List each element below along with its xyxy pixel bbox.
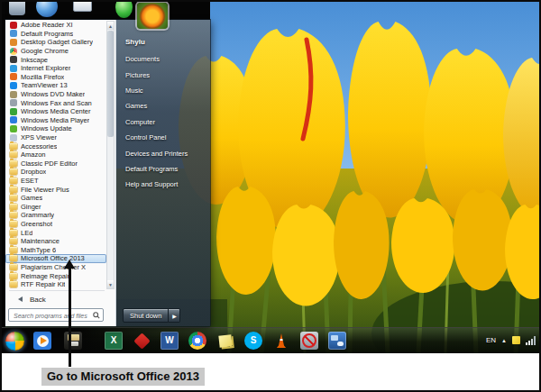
shut-down-button[interactable]: Shut down [123,308,169,323]
taskbar-blocked-app-button[interactable] [299,330,319,351]
program-microsoft-office-2013[interactable]: Microsoft Office 2013 [5,254,106,263]
red-diamond-icon [133,332,151,350]
shut-down-options-arrow[interactable]: ▶ [169,308,180,323]
system-tray: EN ▲ [486,327,536,353]
taskbar-word-button[interactable]: W [160,330,179,351]
taskbar-printer-button[interactable] [63,330,83,351]
taskbar-sticky-notes-button[interactable] [215,330,235,351]
app-window-icon[interactable] [73,2,92,12]
language-indicator[interactable]: EN [486,336,496,344]
start-menu-games[interactable]: Games [116,98,210,114]
program-teamviewer-13[interactable]: TeamViewer 13 [5,81,106,90]
scroll-down-icon[interactable]: ▼ [107,280,114,288]
program-internet-explorer[interactable]: Internet Explorer [5,64,106,73]
internet-explorer-icon [10,65,17,72]
program-default-programs[interactable]: Default Programs [5,30,106,39]
blocked-app-icon [300,332,318,350]
taskbar-remote-desktop-button[interactable] [327,330,347,351]
program-grammarly[interactable]: Grammarly [5,211,106,220]
taskbar-excel-button[interactable]: X [104,330,124,351]
taskbar-start-orb-button[interactable] [5,330,24,351]
start-menu-music[interactable]: Music [116,83,210,98]
chrome-icon [188,332,206,350]
taskbar-chrome-button[interactable] [188,330,207,351]
program-accessories[interactable]: Accessories [5,141,106,150]
program-windows-media-player[interactable]: Windows Media Player [5,116,106,125]
start-menu-control-panel[interactable]: Control Panel [116,130,210,145]
start-menu-help-and-support[interactable]: Help and Support [116,177,210,192]
program-plagiarism-checker-x[interactable]: Plagiarism Checker X [5,263,106,272]
search-input[interactable] [12,309,95,323]
program-adobe-reader-xi[interactable]: Adobe Reader XI [5,21,106,30]
program-windows-fax-and-scan[interactable]: Windows Fax and Scan [5,98,106,107]
start-menu-default-programs[interactable]: Default Programs [116,161,210,177]
back-button[interactable]: Back [5,293,115,305]
program-eset[interactable]: ESET [5,177,106,186]
windows-media-center-icon [10,108,17,115]
program-xps-viewer[interactable]: XPS Viewer [5,133,106,142]
program-windows-media-center[interactable]: Windows Media Center [5,107,106,116]
start-orb-icon [5,332,24,351]
right-items: Documents Pictures Music Games Computer … [116,51,210,193]
start-menu-programs-panel: Adobe Reader XI Default Programs Desktop… [5,20,116,326]
search-box [8,308,104,322]
start-menu-computer[interactable]: Computer [116,114,210,130]
maintenance-icon [10,238,17,244]
taskbar-skype-button[interactable]: S [243,330,263,351]
annotation-callout: Go to Microsoft Office 2013 [41,368,205,386]
start-menu-pictures[interactable]: Pictures [116,67,210,82]
network-signal-icon[interactable] [526,336,536,345]
inkscape-icon [10,56,17,63]
program-classic-pdf-editor[interactable]: Classic PDF Editor [5,160,106,169]
scroll-up-icon[interactable]: ▲ [107,22,114,30]
taskbar: X W S [2,327,539,353]
taskbar-media-player-button[interactable] [32,330,52,351]
program-mathtype-6[interactable]: MathType 6 [5,245,106,254]
program-amazon[interactable]: Amazon [5,150,106,160]
start-menu-devices-and-printers[interactable]: Devices and Printers [116,145,210,160]
remote-desktop-icon [328,332,346,350]
program-google-chrome[interactable]: Google Chrome [5,47,106,56]
printer-icon [64,332,82,350]
program-reimage-repair[interactable]: Reimage Repair [5,271,106,280]
program-list-scrollbar[interactable]: ▲ ▼ [106,21,115,289]
hidden-icons-chevron-icon[interactable]: ▲ [501,338,507,343]
program-windows-dvd-maker[interactable]: Windows DVD Maker [5,90,106,99]
reimage-repair-icon [10,273,17,279]
taskbar-vlc-button[interactable] [271,330,291,351]
program-led[interactable]: LEd [5,228,106,237]
start-menu-right-panel: Shylu Documents Pictures Music Games Com… [116,20,210,326]
program-maintenance[interactable]: Maintenance [5,237,106,246]
dropbox-icon [10,169,17,175]
desktop-gadget-gallery-icon [10,39,17,46]
xps-viewer-icon [10,134,17,141]
program-windows-update[interactable]: Windows Update [5,124,106,133]
program-dropbox[interactable]: Dropbox [5,168,106,177]
recycle-bin-icon[interactable] [9,2,25,15]
program-file-viewer-plus[interactable]: File Viewer Plus [5,185,106,194]
scrollbar-thumb[interactable] [107,31,114,137]
program-games[interactable]: Games [5,194,106,203]
windows-fax-and-scan-icon [10,99,17,106]
program-desktop-gadget-gallery[interactable]: Desktop Gadget Gallery [5,38,106,47]
user-avatar[interactable] [137,3,168,29]
classic-pdf-editor-icon [10,160,17,167]
start-menu-documents[interactable]: Documents [116,51,210,67]
sticky-note-icon[interactable] [512,336,520,344]
search-icon [93,312,100,319]
user-name[interactable]: Shylu [125,38,210,46]
annotation-arrow-line [69,268,71,367]
mathtype-6-icon [10,247,17,253]
plagiarism-checker-x-icon [10,264,17,270]
taskbar-red-diamond-button[interactable] [132,330,151,351]
program-rtf-repair-kit[interactable]: RTF Repair Kit [5,280,106,289]
program-mozilla-firefox[interactable]: Mozilla Firefox [5,73,106,82]
program-greenshot[interactable]: Greenshot [5,220,106,229]
windows-media-player-icon [10,116,17,123]
program-inkscape[interactable]: Inkscape [5,55,106,64]
desktop-dark-strip [2,2,210,20]
program-list: Adobe Reader XI Default Programs Desktop… [5,21,106,289]
start-menu: Adobe Reader XI Default Programs Desktop… [5,20,210,326]
skype-icon: S [244,332,262,350]
program-ginger[interactable]: Ginger [5,202,106,211]
